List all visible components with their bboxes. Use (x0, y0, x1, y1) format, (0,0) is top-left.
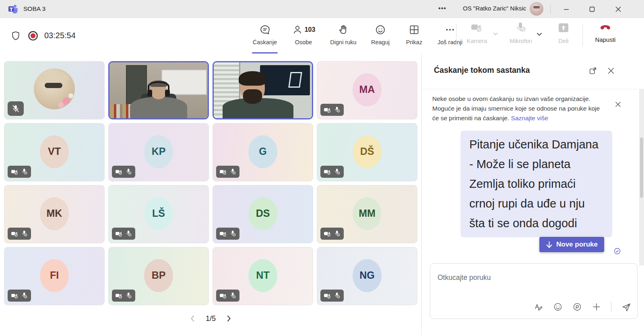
participant-count-badge: 103 (305, 26, 316, 33)
device-status-badge (112, 290, 135, 302)
camera-off-icon (11, 292, 19, 299)
participant-tile[interactable]: KP (108, 123, 209, 181)
camera-off-icon (219, 230, 227, 237)
mic-off-icon (125, 230, 132, 237)
participant-tile[interactable] (213, 61, 313, 119)
emoji-icon[interactable] (553, 302, 563, 312)
banner-text: Neke osobe u ovom ćaskanju su izvan vaše… (432, 94, 605, 123)
chat-scrollbar-thumb[interactable] (640, 138, 643, 198)
participant-tile[interactable]: MM (317, 185, 417, 243)
shield-icon[interactable] (10, 30, 21, 41)
mic-off-icon (334, 168, 341, 175)
pop-out-icon[interactable] (588, 66, 597, 75)
participant-initials-avatar: NT (248, 259, 277, 292)
gallery-pagination: 1/5 (0, 314, 421, 323)
mic-muted-icon (11, 104, 20, 113)
ellipsis-icon (444, 23, 456, 37)
mic-off-icon (229, 168, 236, 175)
toolbar-divider (456, 24, 456, 46)
message-input[interactable]: Otkucajte poruku (430, 263, 638, 319)
teams-logo-icon (8, 4, 19, 14)
participant-tile[interactable] (4, 61, 105, 119)
toolbar-divider (582, 24, 583, 46)
participant-tile[interactable]: BP (108, 247, 209, 305)
arrow-down-icon (546, 241, 553, 249)
mic-off-icon (21, 292, 28, 299)
tab-raise-hand[interactable]: Digni ruku (324, 21, 363, 53)
minimize-button[interactable] (556, 0, 577, 18)
message-input-placeholder: Otkucajte poruku (438, 273, 491, 282)
mic-off-icon (21, 230, 28, 237)
format-icon[interactable] (534, 302, 543, 312)
banner-close-icon[interactable] (614, 101, 622, 108)
participant-initials-avatar: MM (353, 197, 382, 230)
device-status-badge (216, 166, 239, 178)
tab-react[interactable]: Reaguj (363, 21, 398, 53)
chat-scrollbar[interactable] (639, 89, 644, 265)
send-icon[interactable] (621, 302, 632, 312)
device-status-badge (216, 290, 239, 302)
close-button[interactable] (608, 0, 629, 18)
next-page-icon[interactable] (225, 314, 233, 323)
attach-plus-icon[interactable] (592, 302, 601, 312)
leave-button[interactable]: Napusti (587, 21, 624, 43)
chat-bubble-icon (259, 23, 271, 37)
meeting-timer: 03:25:54 (44, 31, 76, 40)
camera-off-icon (219, 169, 227, 175)
participant-tile[interactable]: VT (4, 123, 105, 181)
previous-page-icon[interactable] (189, 314, 197, 323)
account-avatar[interactable] (530, 2, 543, 16)
device-status-badge (8, 290, 31, 302)
tab-chat[interactable]: Ćaskanje (246, 21, 283, 53)
chat-message-text: Pitanje učenika Damjana - Može li se pla… (469, 138, 599, 230)
raised-hand-icon (338, 23, 349, 37)
hang-up-icon (599, 21, 612, 33)
microphone-chevron-icon[interactable] (535, 30, 543, 38)
loop-icon[interactable] (572, 302, 582, 312)
title-bar: SOBA 3 ••• OS "Ratko Zaric" Niksic (0, 0, 644, 18)
participant-initials-avatar: BP (144, 259, 173, 292)
participant-video-feed (214, 62, 312, 118)
participant-initials-avatar: MA (353, 73, 382, 106)
mic-off-icon (125, 168, 132, 175)
maximize-button[interactable] (582, 0, 603, 18)
participant-tile[interactable]: MA (317, 61, 417, 119)
participant-initials-avatar: LŠ (144, 197, 173, 230)
microphone-off-icon (514, 21, 528, 35)
new-messages-button[interactable]: Nove poruke (539, 237, 604, 252)
meeting-toolbar: 03:25:54 Ćaskanje (0, 18, 644, 54)
participant-tile[interactable]: NT (213, 247, 313, 305)
tab-label: Ćaskanje (253, 39, 277, 45)
participant-tile[interactable]: MK (4, 185, 105, 243)
mic-off-icon (229, 230, 236, 237)
tab-view[interactable]: Prikaz (398, 21, 431, 53)
device-status-badge (112, 228, 135, 240)
participant-tile[interactable]: NG (317, 247, 417, 305)
grid-view-icon (409, 23, 420, 37)
tab-label: Osobe (295, 39, 312, 45)
participant-tile[interactable]: G (213, 123, 313, 181)
recording-indicator-icon (27, 30, 39, 41)
device-label: Kamera (467, 38, 487, 44)
meeting-chat-panel: Ćaskanje tokom sastanka 10:29 Pitanje uč… (421, 53, 644, 335)
participant-tile[interactable]: FI (4, 247, 105, 305)
tab-people[interactable]: 103 Osobe (283, 21, 324, 53)
microphone-button[interactable]: Mikrofon (504, 21, 538, 44)
mic-off-icon (125, 292, 132, 299)
camera-chevron-icon[interactable] (492, 30, 499, 37)
mic-off-icon (21, 168, 28, 175)
chat-close-icon[interactable] (607, 66, 615, 75)
learn-more-link[interactable]: Saznajte više (511, 115, 548, 121)
chat-message-bubble[interactable]: Pitanje učenika Damjana - Može li se pla… (460, 131, 612, 237)
share-button[interactable]: Deli (551, 21, 576, 44)
account-label[interactable]: OS "Ratko Zaric" Niksic (463, 5, 526, 12)
device-status-badge (320, 228, 344, 240)
titlebar-more-menu[interactable]: ••• (436, 2, 449, 15)
participant-tile[interactable]: LŠ (108, 185, 209, 243)
participant-tile[interactable] (108, 61, 209, 119)
camera-button[interactable]: Kamera (463, 21, 491, 44)
device-status-badge (320, 290, 344, 302)
leave-label: Napusti (595, 36, 616, 43)
participant-tile[interactable]: DS (213, 185, 313, 243)
participant-tile[interactable]: DŠ (317, 123, 417, 181)
